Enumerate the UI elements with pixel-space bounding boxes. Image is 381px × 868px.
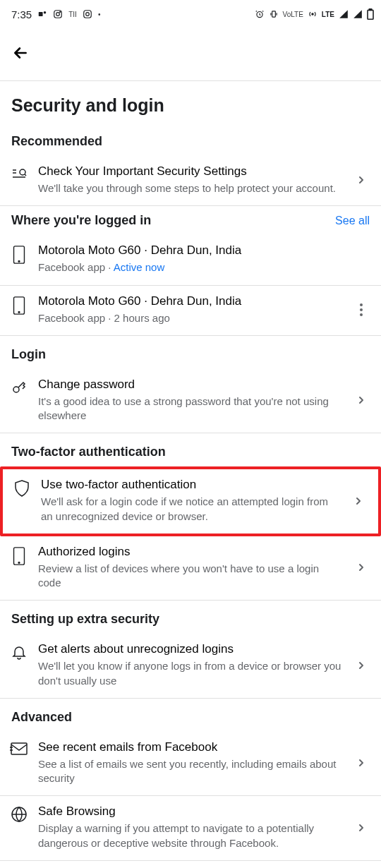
header bbox=[0, 28, 381, 80]
safe-browsing-row[interactable]: Safe Browsing Display a warning if you a… bbox=[0, 796, 381, 861]
envelope-icon bbox=[10, 742, 28, 756]
key-icon bbox=[11, 379, 28, 396]
tii-indicator: TII bbox=[68, 11, 77, 18]
svg-point-9 bbox=[312, 13, 313, 15]
lte-indicator: LTE bbox=[322, 11, 334, 18]
authorized-logins-title: Authorized logins bbox=[38, 545, 341, 559]
section-heading-extra-security: Setting up extra security bbox=[0, 601, 381, 634]
alerts-row[interactable]: Get alerts about unrecognized logins We'… bbox=[0, 634, 381, 699]
section-heading-two-factor: Two-factor authentication bbox=[0, 433, 381, 466]
vibrate-icon bbox=[269, 9, 279, 19]
svg-point-22 bbox=[18, 562, 20, 563]
check-security-settings-row[interactable]: Check Your Important Security Settings W… bbox=[0, 156, 381, 206]
chevron-right-icon bbox=[351, 562, 371, 573]
recent-emails-row[interactable]: See recent emails from Facebook See a li… bbox=[0, 732, 381, 797]
logged-in-device-row-1[interactable]: Motorola Moto G60 · Dehra Dun, India Fac… bbox=[0, 235, 381, 284]
svg-rect-0 bbox=[39, 12, 43, 16]
dot-indicator: • bbox=[98, 11, 101, 18]
phone-icon bbox=[12, 245, 26, 265]
use-two-factor-row[interactable]: Use two-factor authentication We'll ask … bbox=[0, 466, 381, 536]
svg-point-16 bbox=[18, 311, 20, 313]
device-subtitle: Facebook app · 2 hours ago bbox=[38, 311, 341, 325]
svg-point-20 bbox=[13, 387, 19, 392]
safe-browsing-title: Safe Browsing bbox=[38, 804, 341, 819]
back-button[interactable] bbox=[11, 41, 370, 75]
authorized-logins-row[interactable]: Authorized logins Review a list of devic… bbox=[0, 536, 381, 601]
chevron-right-icon bbox=[351, 174, 371, 186]
change-password-row[interactable]: Change password It's a good idea to use … bbox=[0, 369, 381, 434]
back-arrow-icon bbox=[11, 44, 30, 62]
phone-icon bbox=[12, 546, 26, 566]
use-2fa-subtitle: We'll ask for a login code if we notice … bbox=[41, 495, 339, 524]
svg-rect-5 bbox=[84, 11, 92, 18]
volte-indicator: VoLTE bbox=[283, 11, 303, 18]
recent-emails-title: See recent emails from Facebook bbox=[38, 740, 341, 754]
status-right: VoLTE LTE bbox=[255, 8, 374, 20]
more-options-button[interactable] bbox=[351, 303, 371, 317]
see-all-link[interactable]: See all bbox=[335, 215, 370, 227]
svg-point-1 bbox=[44, 11, 47, 13]
signal-icon-2 bbox=[353, 9, 363, 19]
svg-point-18 bbox=[360, 308, 363, 311]
bell-icon bbox=[11, 644, 28, 661]
svg-point-3 bbox=[56, 13, 60, 16]
status-bar: 7:35 TII • VoLTE LTE bbox=[0, 0, 381, 28]
hotspot-icon bbox=[308, 9, 318, 19]
alerts-title: Get alerts about unrecognized logins bbox=[38, 642, 341, 656]
chevron-right-icon bbox=[349, 495, 368, 507]
safe-browsing-subtitle: Display a warning if you attempt to navi… bbox=[38, 821, 341, 850]
check-security-title: Check Your Important Security Settings bbox=[38, 164, 341, 179]
chevron-right-icon bbox=[351, 757, 371, 768]
section-heading-where-logged-in: Where you're logged in See all bbox=[0, 206, 381, 235]
svg-point-12 bbox=[20, 169, 25, 175]
device-title: Motorola Moto G60 · Dehra Dun, India bbox=[38, 243, 371, 258]
section-heading-recommended: Recommended bbox=[0, 131, 381, 156]
svg-point-17 bbox=[360, 303, 363, 306]
chevron-right-icon bbox=[351, 822, 371, 833]
globe-icon bbox=[11, 806, 28, 823]
page-title: Security and login bbox=[0, 81, 381, 131]
battery-icon bbox=[367, 8, 374, 20]
shield-icon bbox=[13, 479, 30, 498]
use-2fa-title: Use two-factor authentication bbox=[41, 478, 339, 492]
recent-emails-subtitle: See a list of emails we sent you recentl… bbox=[38, 757, 341, 786]
instagram-icon-2 bbox=[83, 9, 92, 19]
checklist-search-icon bbox=[11, 166, 28, 183]
svg-rect-23 bbox=[11, 743, 27, 754]
check-security-subtitle: We'll take you through some steps to hel… bbox=[38, 181, 341, 195]
svg-point-19 bbox=[360, 313, 363, 316]
phone-icon bbox=[12, 296, 26, 315]
instagram-icon bbox=[53, 9, 63, 19]
authorized-logins-subtitle: Review a list of devices where you won't… bbox=[38, 562, 341, 591]
section-heading-advanced: Advanced bbox=[0, 699, 381, 732]
chevron-right-icon bbox=[351, 660, 371, 671]
teams-icon bbox=[37, 9, 47, 19]
alarm-icon bbox=[255, 9, 265, 19]
change-password-subtitle: It's a good idea to use a strong passwor… bbox=[38, 394, 341, 423]
svg-point-6 bbox=[86, 13, 90, 16]
svg-rect-11 bbox=[369, 9, 371, 11]
where-logged-in-heading: Where you're logged in bbox=[11, 213, 151, 228]
logged-in-device-row-2[interactable]: Motorola Moto G60 · Dehra Dun, India Fac… bbox=[0, 286, 381, 336]
svg-point-14 bbox=[18, 261, 20, 263]
svg-rect-10 bbox=[368, 10, 373, 19]
svg-rect-8 bbox=[272, 11, 275, 17]
device-subtitle: Facebook app · Active now bbox=[38, 260, 371, 275]
svg-point-4 bbox=[60, 11, 61, 12]
signal-icon-1 bbox=[339, 9, 349, 19]
chevron-right-icon bbox=[351, 394, 371, 406]
device-title: Motorola Moto G60 · Dehra Dun, India bbox=[38, 294, 341, 308]
status-time: 7:35 bbox=[11, 8, 32, 20]
section-heading-get-help: Get Help bbox=[0, 861, 381, 868]
section-heading-login: Login bbox=[0, 336, 381, 369]
change-password-title: Change password bbox=[38, 378, 341, 392]
alerts-subtitle: We'll let you know if anyone logs in fro… bbox=[38, 659, 341, 688]
status-left: 7:35 TII • bbox=[11, 8, 100, 20]
